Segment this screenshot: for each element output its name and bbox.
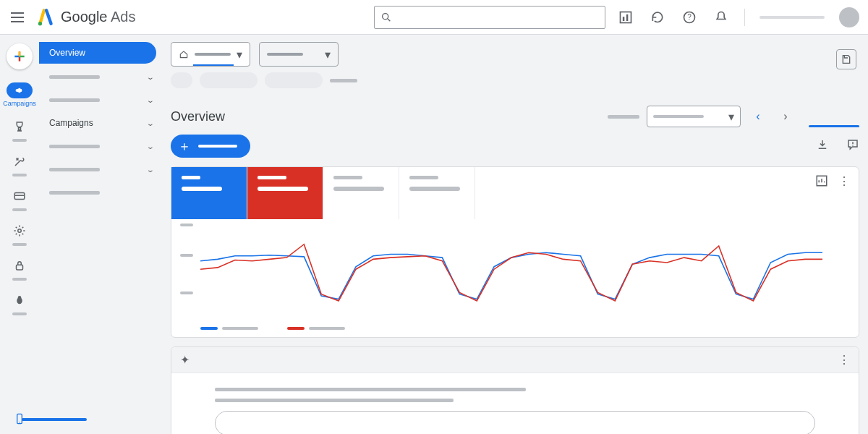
scope-bar: ▾ ▾ — [171, 35, 859, 72]
metric-tab[interactable] — [247, 167, 323, 219]
svg-rect-3 — [621, 12, 631, 22]
subnav-row[interactable]: ⌄ — [39, 90, 162, 110]
main-content: ▾ ▾ Overview ▾ ‹ › — [162, 35, 868, 434]
svg-rect-4 — [623, 17, 625, 21]
compare-toggle[interactable] — [809, 125, 859, 127]
page-title: Overview — [171, 109, 225, 124]
reports-icon[interactable] — [617, 9, 634, 26]
performance-chart-card: ⋮ — [171, 166, 859, 338]
refresh-icon[interactable] — [649, 9, 666, 26]
kebab-icon: ⋮ — [838, 175, 850, 187]
sparkle-icon: ✦ — [180, 353, 190, 367]
home-icon — [179, 49, 189, 59]
product-logo[interactable]: Google Ads — [36, 8, 135, 27]
tools-icon — [13, 155, 26, 171]
add-filter[interactable] — [330, 79, 357, 82]
chevron-down-icon: ⌄ — [146, 119, 154, 127]
svg-text:?: ? — [687, 13, 692, 21]
filter-chip[interactable] — [265, 72, 323, 88]
app-header: Google Ads ? — [0, 0, 868, 35]
metric-tab[interactable] — [323, 167, 399, 219]
download-button[interactable] — [816, 138, 829, 154]
svg-line-2 — [388, 19, 390, 21]
card-menu-button[interactable]: ⋮ — [838, 174, 850, 219]
page-title-row: Overview ▾ ‹ › — [171, 93, 859, 135]
subnav-campaigns-label: Campaigns — [49, 118, 93, 128]
svg-point-19 — [19, 422, 20, 422]
date-range-selector[interactable]: ▾ — [647, 106, 741, 127]
filter-chips — [171, 72, 859, 93]
plus-icon: ＋ — [178, 137, 191, 155]
chevron-left-icon: ‹ — [756, 110, 760, 123]
metric-tabs: ⋮ — [171, 167, 859, 219]
chart-icon — [815, 174, 828, 187]
subnav-row[interactable]: ⌄ — [39, 67, 162, 87]
save-icon — [841, 54, 852, 65]
svg-point-21 — [852, 145, 853, 146]
chart-legend — [171, 323, 859, 337]
chart-plot — [171, 219, 859, 323]
chevron-down-icon: ⌄ — [146, 142, 154, 150]
product-name-prefix: Google — [61, 9, 108, 25]
subnav-row[interactable]: ⌄ — [39, 136, 162, 156]
rail-item-campaigns[interactable]: Campaigns — [3, 82, 36, 107]
rail-footer[interactable] — [0, 411, 39, 427]
rail-item-goals[interactable] — [12, 120, 27, 142]
chevron-down-icon: ⌄ — [146, 96, 154, 104]
subnav-row[interactable] — [39, 182, 162, 203]
expand-chart-button[interactable] — [815, 174, 828, 219]
rail-campaigns-label: Campaigns — [3, 100, 36, 107]
card-icon — [13, 190, 26, 205]
line-chart-svg — [200, 229, 822, 312]
date-label-skeleton — [608, 115, 639, 119]
notifications-icon[interactable] — [712, 9, 730, 26]
feedback-icon — [846, 138, 859, 151]
subnav-overview[interactable]: Overview — [39, 42, 156, 64]
feedback-button[interactable] — [846, 138, 859, 154]
date-next-button[interactable]: › — [775, 106, 796, 127]
svg-point-17 — [18, 296, 22, 299]
global-search[interactable] — [374, 6, 605, 29]
svg-rect-15 — [17, 265, 23, 270]
save-view-button[interactable] — [836, 49, 856, 69]
ads-logo-icon — [36, 8, 55, 27]
new-campaign-button[interactable]: ＋ — [171, 135, 250, 158]
legend-item[interactable] — [287, 327, 345, 330]
chevron-down-icon: ⌄ — [146, 73, 154, 81]
insight-prompt-input[interactable] — [215, 411, 815, 434]
metric-tab[interactable] — [171, 167, 247, 219]
rail-item-security[interactable] — [12, 259, 27, 281]
legend-item[interactable] — [200, 327, 258, 330]
filter-chip[interactable] — [200, 72, 258, 88]
svg-point-0 — [38, 22, 42, 25]
svg-point-1 — [383, 13, 388, 19]
trophy-icon — [13, 120, 26, 136]
rail-item-admin[interactable] — [12, 224, 27, 246]
lock-icon — [13, 259, 26, 275]
metric-tab[interactable] — [399, 167, 475, 219]
card-menu-button[interactable]: ⋮ — [838, 353, 850, 367]
scope-selector-account[interactable]: ▾ — [171, 42, 250, 67]
filter-chip[interactable] — [171, 72, 192, 88]
left-rail: Campaigns — [0, 35, 39, 434]
caret-down-icon: ▾ — [325, 48, 331, 61]
subnav-campaigns[interactable]: Campaigns⌄ — [39, 113, 162, 133]
header-actions: ? — [617, 7, 859, 27]
search-input[interactable] — [392, 12, 599, 22]
caret-down-icon: ▾ — [728, 110, 734, 124]
avatar[interactable] — [839, 7, 859, 27]
subnav-row[interactable]: ⌄ — [39, 159, 162, 179]
scope-selector-campaign[interactable]: ▾ — [259, 42, 339, 67]
svg-point-14 — [18, 229, 22, 233]
date-prev-button[interactable]: ‹ — [748, 106, 768, 127]
rail-item-tools[interactable] — [12, 155, 27, 176]
help-icon[interactable]: ? — [681, 9, 698, 26]
search-icon — [380, 12, 392, 23]
action-row: ＋ — [171, 135, 859, 158]
caret-down-icon: ▾ — [237, 48, 242, 61]
rail-item-billing[interactable] — [12, 190, 27, 211]
rail-item-bug[interactable] — [12, 294, 27, 315]
menu-icon[interactable] — [9, 9, 26, 26]
create-button[interactable] — [7, 43, 33, 69]
chevron-down-icon: ⌄ — [146, 166, 154, 174]
